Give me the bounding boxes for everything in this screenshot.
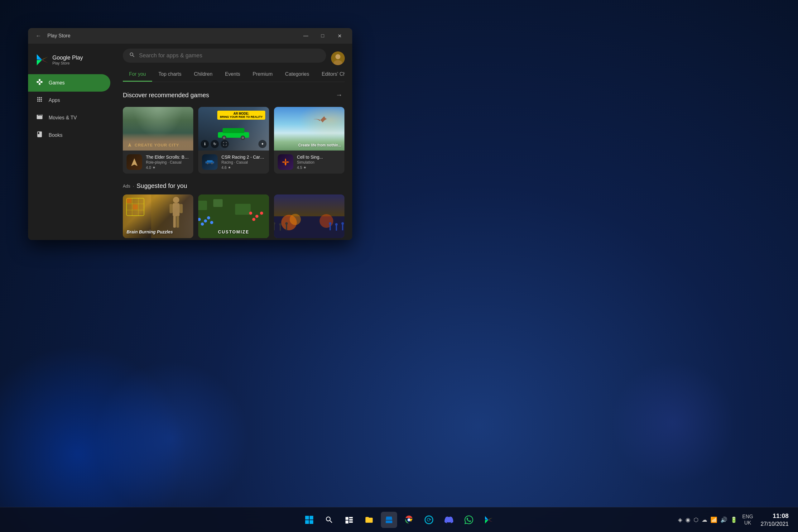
playstore-taskbar-button[interactable] [481, 512, 497, 528]
cell-singularity-info: Cell to Sing... Simulation 4.5 ★ [274, 151, 344, 174]
app-body: Google Play Play Store Games [28, 44, 352, 240]
minimize-button[interactable]: — [298, 30, 314, 41]
svg-point-57 [335, 223, 338, 226]
sidebar-item-games[interactable]: Games [28, 74, 110, 92]
tab-premium[interactable]: Premium [247, 68, 279, 82]
svg-rect-22 [176, 216, 179, 228]
clock-display[interactable]: ENGUK [742, 514, 756, 526]
svg-rect-63 [309, 520, 313, 524]
cell-singularity-rating: 4.5 ★ [297, 166, 341, 170]
cell-singularity-details: Cell to Sing... Simulation 4.5 ★ [297, 155, 341, 170]
browser-icon[interactable]: ◉ [685, 516, 690, 523]
svg-rect-29 [133, 205, 138, 209]
apps-icon [36, 96, 44, 105]
svg-point-41 [252, 218, 255, 221]
game-card-cell-singularity[interactable]: Create life from nothin... [274, 107, 344, 174]
app-icon-3[interactable]: ⬡ [694, 516, 699, 523]
elder-scrolls-thumb [127, 154, 142, 170]
svg-point-53 [285, 222, 288, 225]
tab-top-charts[interactable]: Top charts [152, 68, 188, 82]
ccleaner-icon: ⟳ [424, 515, 433, 524]
taskbar-center: ⟳ [301, 512, 497, 528]
svg-point-46 [290, 214, 301, 225]
sidebar-item-books[interactable]: Books [28, 127, 110, 144]
task-view-button[interactable] [341, 512, 357, 528]
dropbox-icon[interactable]: ◈ [678, 516, 682, 523]
games-icon [36, 78, 44, 87]
file-explorer-button[interactable] [361, 512, 377, 528]
store-taskbar-button[interactable] [381, 512, 397, 528]
user-avatar[interactable] [331, 52, 345, 65]
sidebar-label-movies: Movies & TV [49, 115, 77, 120]
tab-editors-choice[interactable]: Editors' Choice [316, 68, 345, 82]
sidebar-label-apps: Apps [49, 98, 60, 103]
tab-events[interactable]: Events [219, 68, 247, 82]
wifi-icon[interactable]: 📶 [710, 516, 717, 523]
ad-card-brain-puzzles[interactable]: Brain Burning Puzzles [123, 194, 193, 238]
maximize-button[interactable]: □ [315, 30, 330, 41]
car-decoration [215, 125, 252, 141]
sidebar-label-books: Books [49, 132, 62, 138]
svg-rect-21 [173, 216, 176, 228]
svg-point-15 [207, 163, 209, 164]
battery-icon[interactable]: 🔋 [730, 516, 737, 523]
taskbar-time-date[interactable]: 11:08 27/10/2021 [761, 511, 788, 528]
windows-start-button[interactable] [301, 512, 317, 528]
whatsapp-button[interactable] [461, 512, 477, 528]
settings-button[interactable]: ✦ [259, 140, 267, 148]
svg-rect-31 [198, 201, 207, 210]
elder-scrolls-rating: 4.0 ★ [146, 166, 190, 170]
star-icon: ★ [303, 166, 306, 170]
tab-for-you[interactable]: For you [123, 68, 152, 82]
svg-rect-14 [207, 160, 213, 162]
main-content: For you Top charts Children Events Premi… [115, 44, 352, 240]
svg-point-36 [201, 223, 204, 226]
star-icon: ★ [228, 166, 231, 170]
ad-card-battle[interactable] [274, 194, 344, 238]
sidebar-item-movies[interactable]: Movies & TV [28, 109, 110, 127]
svg-rect-50 [280, 225, 281, 231]
search-bar [123, 49, 326, 63]
svg-rect-62 [305, 520, 309, 524]
tab-categories[interactable]: Categories [279, 68, 316, 82]
elder-scrolls-banner: CREATE YOUR CITY [123, 107, 193, 151]
back-button[interactable]: ← [33, 32, 44, 40]
svg-rect-20 [179, 204, 183, 213]
svg-point-51 [279, 223, 282, 226]
svg-point-55 [329, 222, 331, 225]
rotate-button[interactable]: ↻ [211, 140, 219, 148]
brain-puzzles-banner: Brain Burning Puzzles [123, 194, 193, 238]
close-button[interactable]: ✕ [332, 30, 347, 41]
svg-marker-69 [489, 520, 493, 522]
game-card-elder-scrolls[interactable]: CREATE YOUR CITY The Elder Scrolls: Blad… [123, 107, 193, 174]
csr-racing-name: CSR Racing 2 - Car Racin... [221, 155, 265, 159]
create-life-text: Create life from nothin... [298, 143, 341, 147]
search-input[interactable] [139, 52, 320, 59]
search-taskbar-button[interactable] [321, 512, 337, 528]
svg-marker-2 [42, 57, 48, 60]
ad-card-customize[interactable]: CUSTOMIZE [198, 194, 269, 238]
tab-children[interactable]: Children [188, 68, 219, 82]
cell-singularity-banner: Create life from nothin... [274, 107, 344, 151]
info-button[interactable]: ℹ [201, 140, 209, 148]
taskbar-locale: ENGUK [742, 514, 753, 526]
content-area: Discover recommended games → CREATE YOUR… [115, 82, 352, 240]
fullscreen-button[interactable]: ⛶ [221, 140, 229, 148]
svg-rect-44 [274, 194, 344, 216]
cloud-icon[interactable]: ☁ [702, 516, 707, 523]
csr-thumb [202, 154, 217, 170]
discord-button[interactable] [441, 512, 457, 528]
volume-icon[interactable]: 🔊 [720, 516, 727, 523]
svg-point-47 [320, 214, 333, 228]
svg-marker-68 [489, 518, 493, 520]
svg-rect-32 [213, 199, 223, 207]
window-title: Play Store [48, 33, 294, 39]
sidebar-item-apps[interactable]: Apps [28, 92, 110, 109]
ccleaner-button[interactable]: ⟳ [421, 512, 437, 528]
game-card-csr-racing[interactable]: AR MODE: BRING YOUR RIDE TO REALITY [198, 107, 269, 174]
ar-mode-badge: AR MODE: BRING YOUR RIDE TO REALITY [217, 111, 265, 120]
chrome-button[interactable] [401, 512, 417, 528]
svg-marker-66 [485, 516, 489, 520]
discover-see-more-button[interactable]: → [334, 90, 345, 101]
svg-rect-33 [235, 204, 251, 215]
